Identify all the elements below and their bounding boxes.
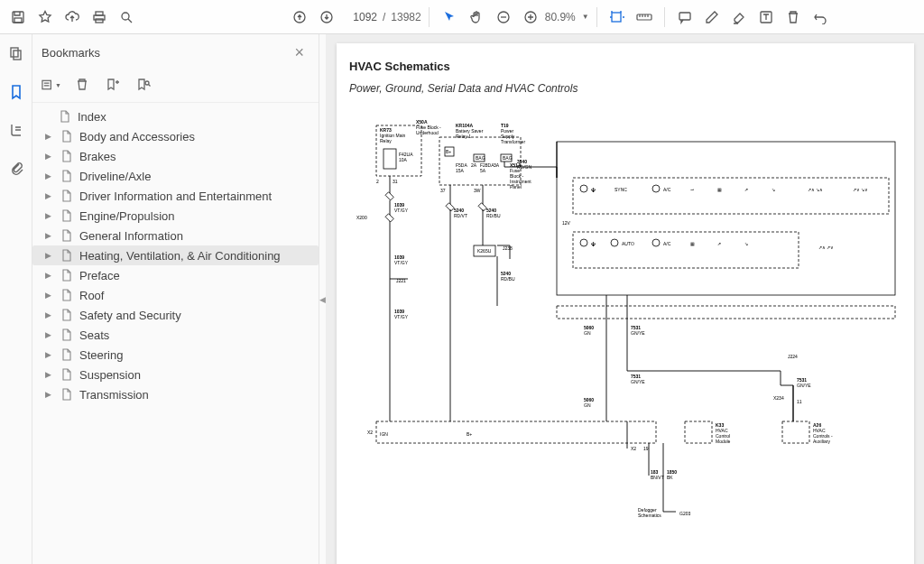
zoom-in-icon[interactable]: [518, 5, 543, 30]
page-icon: [60, 129, 74, 143]
sidebar-item-body-and-accessories[interactable]: ▶Body and Accessories: [32, 126, 319, 146]
svg-text:RD/VT: RD/VT: [454, 213, 467, 218]
svg-point-17: [145, 81, 149, 85]
zoom-level[interactable]: 80.9%▼: [545, 11, 589, 23]
svg-text:⇗: ⇗: [744, 187, 748, 192]
svg-text:2: 2: [376, 179, 379, 184]
svg-text:15A: 15A: [456, 168, 465, 173]
svg-text:Relay: Relay: [380, 138, 392, 143]
cloud-upload-icon[interactable]: [60, 5, 85, 30]
page-sep: /: [383, 11, 385, 23]
sidebar-item-driver-information-and-entertainment[interactable]: ▶Driver Information and Entertainment: [32, 186, 319, 206]
svg-text:B+: B+: [446, 149, 451, 154]
sidebar-item-general-information[interactable]: ▶General Information: [32, 226, 319, 245]
svg-text:2A: 2A: [471, 162, 477, 168]
sidebar-item-engine-propulsion[interactable]: ▶Engine/Propulsion: [32, 206, 319, 226]
svg-rect-10: [612, 13, 621, 22]
svg-text:11: 11: [797, 399, 802, 404]
svg-text:VT/GY: VT/GY: [394, 260, 409, 265]
sidebar-item-preface[interactable]: ▶Preface: [32, 265, 319, 285]
svg-text:10A: 10A: [399, 157, 408, 162]
sidebar-item-steering[interactable]: ▶Steering: [32, 345, 319, 365]
svg-text:X200: X200: [356, 215, 367, 220]
sidebar-item-label: Brakes: [79, 150, 116, 163]
sidebar-item-label: Roof: [79, 289, 104, 302]
svg-text:BAG: BAG: [476, 155, 485, 161]
sidebar-item-driveline-axle[interactable]: ▶Driveline/Axle: [32, 166, 319, 186]
chevron-right-icon: ▶: [45, 291, 54, 300]
attachments-icon[interactable]: [4, 155, 29, 180]
pencil-icon[interactable]: [699, 5, 725, 30]
chevron-right-icon: ▶: [45, 390, 54, 399]
zoom-out-icon[interactable]: [491, 5, 516, 30]
sidebar-item-seats[interactable]: ▶Seats: [32, 325, 319, 345]
bookmark-search-icon[interactable]: [134, 75, 153, 95]
svg-text:12V: 12V: [562, 220, 571, 226]
svg-text:3A: 3A: [494, 162, 500, 168]
svg-text:IGN: IGN: [380, 431, 388, 437]
svg-text:Auxiliary: Auxiliary: [813, 439, 830, 444]
pdf-page: HVAC Schematics Power, Ground, Serial Da…: [337, 43, 914, 564]
page-icon: [60, 248, 74, 263]
sidebar-item-transmission[interactable]: ▶Transmission: [32, 384, 319, 404]
sidebar-item-safety-and-security[interactable]: ▶Safety and Security: [32, 305, 319, 325]
trash-icon[interactable]: [781, 5, 806, 30]
chevron-right-icon: ▶: [45, 171, 54, 180]
svg-rect-4: [96, 19, 103, 23]
svg-text:A/C: A/C: [663, 187, 671, 192]
svg-text:37: 37: [440, 188, 446, 193]
delete-bookmark-icon[interactable]: [72, 75, 92, 95]
svg-text:↗∧ ↘∧: ↗∧ ↘∧: [808, 187, 823, 192]
sidebar-item-roof[interactable]: ▶Roof: [32, 285, 319, 305]
save-icon[interactable]: [5, 5, 31, 30]
star-icon[interactable]: [32, 5, 58, 30]
undo-icon[interactable]: [808, 5, 833, 30]
new-bookmark-icon[interactable]: [103, 75, 123, 95]
document-viewport[interactable]: HVAC Schematics Power, Ground, Serial Da…: [327, 34, 924, 564]
sidebar-item-label: Driver Information and Entertainment: [79, 190, 272, 203]
expand-options-icon[interactable]: ▼: [42, 75, 61, 95]
close-icon[interactable]: ×: [289, 42, 310, 64]
chevron-right-icon: ▶: [45, 251, 54, 260]
fit-width-icon[interactable]: [605, 5, 630, 30]
print-icon[interactable]: [87, 5, 112, 30]
page-number-input[interactable]: [341, 11, 377, 23]
sidebar-item-label: Driveline/Axle: [79, 170, 151, 183]
prev-page-icon[interactable]: [287, 5, 312, 30]
svg-text:GN: GN: [584, 402, 591, 408]
svg-text:VT/GY: VT/GY: [394, 208, 409, 213]
thumbnails-icon[interactable]: [4, 42, 29, 67]
layers-icon[interactable]: [4, 117, 29, 143]
svg-text:B+: B+: [467, 431, 472, 437]
svg-text:Module: Module: [716, 439, 731, 444]
page-total: 13982: [391, 11, 420, 23]
svg-point-87: [652, 185, 660, 192]
highlight-icon[interactable]: [726, 5, 752, 30]
comment-icon[interactable]: [672, 5, 698, 30]
left-rail: [0, 34, 32, 564]
sidebar-item-suspension[interactable]: ▶Suspension: [32, 365, 319, 384]
svg-text:G203: G203: [679, 511, 690, 516]
ruler-icon[interactable]: [632, 5, 657, 30]
next-page-icon[interactable]: [314, 5, 339, 30]
bookmarks-icon[interactable]: [4, 79, 29, 105]
page-icon: [60, 228, 74, 243]
pointer-icon[interactable]: [437, 5, 462, 30]
text-icon[interactable]: [753, 5, 779, 30]
collapse-handle-icon[interactable]: ◀: [319, 34, 327, 564]
svg-text:BK: BK: [667, 475, 673, 480]
sidebar-item-index[interactable]: Index: [32, 106, 319, 126]
page-icon: [60, 347, 74, 362]
svg-text:AUTO: AUTO: [622, 241, 634, 246]
sidebar-item-label: Preface: [79, 269, 120, 282]
sidebar-item-label: Safety and Security: [79, 309, 181, 322]
hand-icon[interactable]: [464, 5, 489, 30]
svg-text:X2: X2: [367, 430, 373, 435]
chevron-right-icon: ▶: [45, 330, 54, 339]
chevron-right-icon: ▶: [45, 211, 54, 220]
sidebar-item-heating-ventilation-air-conditioning[interactable]: ▶Heating, Ventilation, & Air Conditionin…: [32, 245, 319, 265]
find-icon[interactable]: [114, 5, 139, 30]
sidebar-item-brakes[interactable]: ▶Brakes: [32, 146, 319, 166]
svg-text:J238: J238: [503, 245, 513, 251]
svg-rect-119: [376, 421, 656, 443]
